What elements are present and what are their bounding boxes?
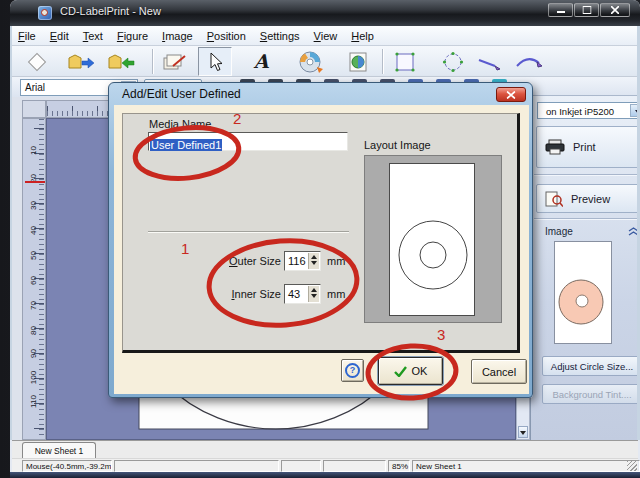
print-panel: on Inkjet iP5200 Print Preview <box>530 95 640 440</box>
ok-button[interactable]: OK <box>378 357 443 385</box>
outer-size-spinner[interactable]: 116 <box>284 251 321 271</box>
help-icon: ? <box>345 363 360 378</box>
image-section-label: Image <box>545 226 573 237</box>
ok-label: OK <box>412 365 428 377</box>
printer-select[interactable]: on Inkjet iP5200 <box>537 102 640 119</box>
select-tool-button[interactable] <box>198 47 232 76</box>
inner-size-value[interactable]: 43 <box>288 288 300 300</box>
spin-up-icon[interactable] <box>311 288 317 292</box>
ruler-label: 100 <box>29 365 38 391</box>
status-bar: Mouse(-40.5mm,-39.2mm) 85% New Sheet 1 <box>12 458 638 472</box>
app-icon <box>38 6 52 20</box>
spin-down-icon[interactable] <box>311 294 317 298</box>
help-button[interactable]: ? <box>341 359 364 382</box>
title-bar[interactable]: CD-LabelPrint - New <box>10 0 640 26</box>
menu-item-position[interactable]: Position <box>207 30 246 42</box>
image-document-button[interactable] <box>342 47 376 76</box>
print-button[interactable] <box>158 47 192 76</box>
add-edit-user-defined-dialog: Add/Edit User Defined Media Name User De… <box>108 82 533 398</box>
background-tint-label: Background Tint.... <box>552 389 631 400</box>
open-file-button[interactable] <box>64 47 98 76</box>
cd-preview-image <box>555 242 611 343</box>
label-preview <box>554 241 612 344</box>
mouse-position-marker <box>25 181 45 183</box>
dialog-body: Media Name User Defined1 Outer Size 116 … <box>114 105 529 394</box>
media-name-input[interactable]: User Defined1 <box>148 132 348 151</box>
ruler-label: 40 <box>29 218 38 244</box>
cd-disc-icon <box>297 49 325 75</box>
text-tool-button[interactable]: A <box>244 47 278 76</box>
ellipse-tool-button[interactable] <box>436 47 470 76</box>
spin-down-icon[interactable] <box>311 261 317 265</box>
maximize-button[interactable] <box>574 3 599 17</box>
arc-tool-button[interactable] <box>512 47 546 76</box>
import-folder-icon <box>107 50 135 74</box>
toolbar-main: A <box>12 46 638 77</box>
check-icon <box>394 366 407 377</box>
ruler-label: 110 <box>29 389 38 415</box>
toolbar-separator <box>152 49 153 74</box>
rectangle-tool-button[interactable] <box>388 47 422 76</box>
arc-tool-icon <box>513 50 545 74</box>
scroll-down-button[interactable] <box>518 426 528 438</box>
menu-item-file[interactable]: File <box>18 30 36 42</box>
open-folder-icon <box>67 50 95 74</box>
maximize-icon <box>582 6 591 14</box>
annotation-number-2: 2 <box>233 110 241 127</box>
inner-size-spinner[interactable]: 43 <box>284 284 321 304</box>
preview-icon <box>545 191 563 207</box>
new-document-button[interactable] <box>20 47 54 76</box>
adjust-circle-size-button[interactable]: Adjust Circle Size... <box>542 356 640 376</box>
cd-color-button[interactable] <box>294 47 328 76</box>
window-bottom-border <box>10 472 640 478</box>
sheet-tab[interactable]: New Sheet 1 <box>22 442 96 459</box>
ruler-label: 10 <box>29 138 38 164</box>
print-label: Print <box>573 141 596 153</box>
cancel-button[interactable]: Cancel <box>471 359 527 384</box>
layout-disc-diagram <box>390 164 474 315</box>
dialog-close-button[interactable] <box>496 87 526 102</box>
outer-size-label: Outer Size <box>221 255 281 267</box>
menu-item-view[interactable]: View <box>314 30 338 42</box>
line-tool-button[interactable] <box>472 47 506 76</box>
print-icon <box>161 50 189 74</box>
spin-up-icon[interactable] <box>311 255 317 259</box>
close-icon <box>507 91 516 99</box>
text-tool-icon: A <box>254 52 269 71</box>
preview-label: Preview <box>571 193 610 205</box>
status-mouse-position: Mouse(-40.5mm,-39.2mm) <box>22 460 112 472</box>
image-section-header[interactable]: Image <box>535 224 640 240</box>
close-button[interactable] <box>600 3 630 17</box>
menu-item-text[interactable]: Text <box>83 30 103 42</box>
printer-icon <box>545 139 565 155</box>
layout-image-frame <box>364 155 502 323</box>
status-cell <box>114 460 279 472</box>
ruler-label: 20 <box>29 166 38 192</box>
import-file-button[interactable] <box>104 47 138 76</box>
status-cell <box>281 460 321 472</box>
print-action-button[interactable]: Print <box>536 126 640 168</box>
image-document-icon <box>347 50 371 74</box>
inner-size-unit: mm <box>327 288 345 300</box>
background-tint-button: Background Tint.... <box>542 384 640 404</box>
menu-item-help[interactable]: Help <box>351 30 374 42</box>
menu-item-figure[interactable]: Figure <box>117 30 148 42</box>
annotation-number-1: 1 <box>181 240 189 257</box>
inner-size-label: Inner Size <box>221 288 281 300</box>
minimize-icon <box>557 6 565 14</box>
annotation-number-3: 3 <box>437 326 445 343</box>
menu-item-settings[interactable]: Settings <box>260 30 300 42</box>
printer-name: on Inkjet iP5200 <box>546 106 614 117</box>
resize-grip[interactable] <box>627 461 637 471</box>
line-tool-icon <box>475 50 503 74</box>
ruler-label: 50 <box>29 243 38 269</box>
menu-item-image[interactable]: Image <box>162 30 193 42</box>
outer-size-value[interactable]: 116 <box>288 255 306 267</box>
media-name-value: User Defined1 <box>150 139 222 151</box>
adjust-circle-size-label: Adjust Circle Size... <box>551 361 633 372</box>
menu-item-edit[interactable]: Edit <box>50 30 69 42</box>
preview-button[interactable]: Preview <box>536 184 640 213</box>
status-cell <box>323 460 386 472</box>
minimize-button[interactable] <box>548 3 573 17</box>
ruler-corner <box>22 100 46 118</box>
